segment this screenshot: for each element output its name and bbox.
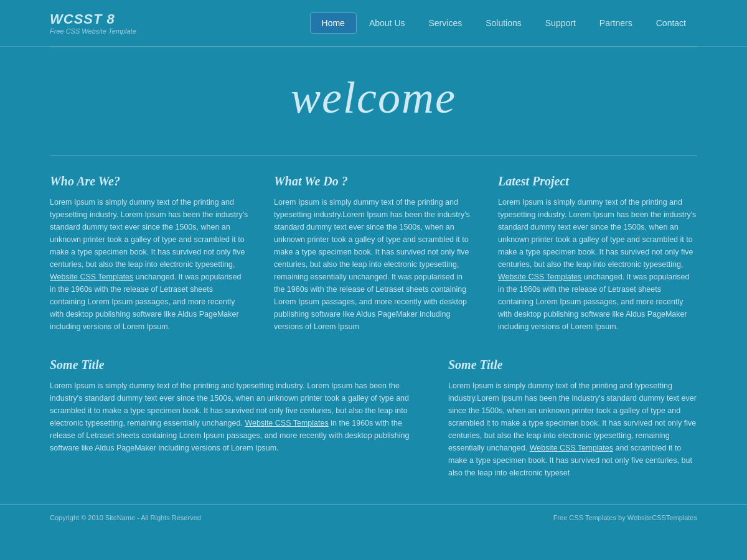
footer-credit: Free CSS Templates by WebsiteCSSTemplate… [553,514,697,521]
nav-item-support[interactable]: Support [534,13,587,33]
col3-text-after: unchanged. It was popularised in the 196… [498,273,689,331]
latest-project-col: Latest Project Lorem Ipsum is simply dum… [498,174,697,333]
welcome-title: welcome [50,72,697,124]
col3-text: Lorem Ipsum is simply dummy text of the … [498,196,697,333]
content-divider [50,155,697,156]
main-content: Who Are We? Lorem Ipsum is simply dummy … [0,142,747,504]
bottom-col2-link[interactable]: Website CSS Templates [530,444,613,452]
footer: Copyright © 2010 SiteName - All Rights R… [0,504,747,531]
welcome-section: welcome [0,47,747,142]
some-title-col1: Some Title Lorem Ipsum is simply dummy t… [50,358,423,479]
col1-text-after: unchanged. It was popularised in the 196… [50,273,241,331]
main-nav: HomeAbout UsServicesSolutionsSupportPart… [310,12,697,34]
nav-item-about-us[interactable]: About Us [358,13,416,33]
bottom-col1-link[interactable]: Website CSS Templates [245,419,328,427]
col2-text: Lorem Ipsum is simply dummy text of the … [274,196,473,333]
what-we-do-col: What We Do ? Lorem Ipsum is simply dummy… [274,174,473,333]
logo-area: WCSST 8 Free CSS Website Template [50,11,136,35]
bottom-col2-text-before: Lorem Ipsum is simply dummy text of the … [448,381,697,452]
nav-item-services[interactable]: Services [418,13,474,33]
bottom-col1-text: Lorem Ipsum is simply dummy text of the … [50,380,423,454]
bottom-col1-title: Some Title [50,358,423,372]
two-columns: Some Title Lorem Ipsum is simply dummy t… [50,358,697,479]
footer-copyright: Copyright © 2010 SiteName - All Rights R… [50,514,201,521]
some-title-col2: Some Title Lorem Ipsum is simply dummy t… [448,358,697,479]
col3-text-before: Lorem Ipsum is simply dummy text of the … [498,198,696,269]
three-columns: Who Are We? Lorem Ipsum is simply dummy … [50,174,697,333]
header: WCSST 8 Free CSS Website Template HomeAb… [0,0,747,47]
col2-title: What We Do ? [274,174,473,189]
logo-subtitle: Free CSS Website Template [50,27,136,35]
nav-item-partners[interactable]: Partners [588,13,644,33]
col1-title: Who Are We? [50,174,249,189]
who-are-we-col: Who Are We? Lorem Ipsum is simply dummy … [50,174,249,333]
col1-link[interactable]: Website CSS Templates [50,273,133,281]
col1-text: Lorem Ipsum is simply dummy text of the … [50,196,249,333]
col3-link[interactable]: Website CSS Templates [498,273,581,281]
nav-item-solutions[interactable]: Solutions [474,13,533,33]
bottom-col2-title: Some Title [448,358,697,372]
logo-title: WCSST 8 [50,11,136,27]
bottom-col2-text: Lorem Ipsum is simply dummy text of the … [448,380,697,479]
nav-item-home[interactable]: Home [310,12,357,34]
col3-title: Latest Project [498,174,697,189]
nav-item-contact[interactable]: Contact [645,13,697,33]
col1-text-before: Lorem Ipsum is simply dummy text of the … [50,198,248,269]
